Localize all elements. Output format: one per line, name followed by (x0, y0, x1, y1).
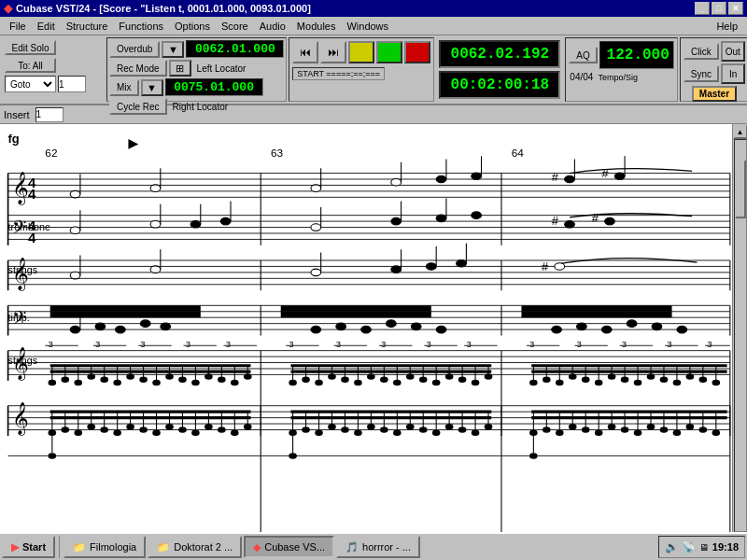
titlebar-controls: _ □ ✕ (695, 2, 743, 15)
taskbar-horrror[interactable]: 🎵 horrror - ... (336, 536, 420, 558)
menu-score[interactable]: Score (216, 19, 254, 34)
master-button[interactable]: Master (692, 86, 737, 102)
play-button[interactable] (376, 41, 402, 63)
rewind-button[interactable]: ⏮ (292, 41, 318, 63)
cubase-label: Cubase VS... (264, 541, 325, 553)
svg-point-117 (552, 326, 562, 333)
recmode-button[interactable]: Rec Mode (109, 60, 167, 77)
scroll-track-vertical[interactable] (734, 139, 747, 532)
maximize-button[interactable]: □ (712, 2, 726, 15)
transport-section: ⏮ ⏭ START =====;==;=== (289, 37, 434, 102)
record-button[interactable] (404, 41, 430, 63)
taskbar-filmologia[interactable]: 📁 Filmologia (63, 536, 146, 558)
scroll-thumb-vertical[interactable] (735, 160, 746, 218)
svg-point-372 (699, 427, 708, 432)
overdub-toggle[interactable]: ▼ (162, 41, 184, 58)
svg-point-193 (191, 380, 200, 385)
svg-point-362 (569, 424, 577, 429)
click-sync-section: Click Out Sync In Master (680, 37, 747, 102)
click-button[interactable]: Click (684, 43, 719, 60)
overdub-button[interactable]: Overdub (109, 41, 160, 58)
edit-solo-button[interactable]: Edit Solo (5, 40, 56, 55)
svg-point-328 (315, 429, 323, 435)
overdub-row: Overdub ▼ 0062.01.000 (109, 40, 284, 58)
svg-point-259 (660, 377, 669, 383)
svg-text:3: 3 (140, 339, 145, 349)
svg-point-366 (621, 427, 629, 432)
taskbar-cubase[interactable]: ◆ Cubase VS... (244, 536, 334, 558)
menu-audio[interactable]: Audio (254, 19, 291, 34)
goto-input[interactable] (58, 76, 86, 92)
insert-input[interactable] (35, 107, 63, 122)
click-out-row: Click Out (684, 41, 745, 62)
svg-point-368 (647, 424, 655, 429)
svg-point-377 (289, 453, 297, 458)
svg-point-359 (529, 429, 538, 435)
aq-button[interactable]: AQ (569, 47, 597, 63)
minimize-button[interactable]: _ (695, 2, 710, 15)
svg-text:3: 3 (466, 339, 471, 349)
svg-text:3: 3 (622, 339, 627, 349)
svg-text:#: # (542, 259, 549, 273)
edit-solo-section: Edit Solo To: All Goto (2, 37, 105, 102)
svg-text:#: # (552, 214, 559, 228)
svg-point-367 (634, 429, 642, 435)
position-display[interactable]: 0062.02.192 (439, 40, 560, 68)
menu-help[interactable]: Help (711, 19, 743, 34)
svg-point-39 (565, 175, 575, 183)
to-all-button[interactable]: To: All (5, 58, 56, 73)
svg-point-331 (354, 429, 362, 435)
menu-options[interactable]: Options (169, 19, 216, 34)
mix-button[interactable]: Mix (109, 79, 139, 96)
out-button[interactable]: Out (721, 41, 745, 62)
sync-in-row: Sync In (684, 63, 745, 84)
menu-file[interactable]: File (4, 19, 32, 34)
svg-point-294 (74, 429, 82, 435)
cyclerec-button[interactable]: Cycle Rec (109, 98, 167, 115)
svg-point-299 (139, 427, 148, 432)
svg-text:#: # (552, 170, 559, 184)
svg-point-114 (386, 320, 396, 328)
svg-point-190 (152, 380, 161, 385)
menu-windows[interactable]: Windows (341, 19, 394, 34)
svg-point-185 (87, 373, 95, 379)
system-tray: 🔊 📡 🖥 19:18 (658, 536, 745, 558)
svg-point-361 (556, 429, 564, 435)
forward-button[interactable]: ⏭ (320, 41, 346, 63)
start-button[interactable]: ▶ Start (2, 536, 55, 558)
svg-point-301 (165, 424, 174, 429)
score-main: fg 62 63 64 (0, 124, 747, 547)
app-icon: ◆ (4, 2, 12, 15)
svg-text:#: # (592, 211, 599, 225)
svg-rect-99 (50, 305, 201, 311)
time-display[interactable]: 00:02:00:18 (439, 71, 560, 99)
menu-modules[interactable]: Modules (291, 19, 342, 34)
svg-text:𝄞: 𝄞 (12, 258, 29, 291)
menu-edit[interactable]: Edit (32, 19, 61, 34)
filmologia-icon: 📁 (73, 541, 86, 553)
svg-point-26 (70, 190, 80, 198)
filmologia-label: Filmologia (90, 541, 136, 553)
svg-point-184 (74, 380, 82, 385)
svg-point-187 (113, 380, 121, 385)
timesig-row: 04/04 Tempo/Sig (569, 71, 673, 83)
in-button[interactable]: In (721, 63, 745, 84)
score-area[interactable]: fg 62 63 64 (0, 124, 732, 547)
svg-text:64: 64 (512, 147, 525, 160)
svg-point-295 (87, 424, 95, 429)
menu-functions[interactable]: Functions (113, 19, 169, 34)
cycle-button[interactable] (348, 41, 374, 63)
goto-dropdown[interactable]: Goto (5, 76, 56, 92)
svg-text:𝄞: 𝄞 (12, 172, 29, 205)
mix-toggle[interactable]: ▼ (141, 79, 163, 96)
svg-point-116 (436, 326, 446, 333)
start-display-row: START =====;==;=== (292, 67, 430, 80)
close-button[interactable]: ✕ (728, 2, 743, 15)
menu-structure[interactable]: Structure (61, 19, 114, 34)
scroll-up-button[interactable]: ▲ (733, 124, 748, 139)
svg-point-300 (152, 429, 161, 435)
vertical-scrollbar[interactable]: ▲ ▼ (732, 124, 747, 547)
taskbar-doktorat[interactable]: 📁 Doktorat 2 ... (148, 536, 242, 558)
sync-button[interactable]: Sync (684, 65, 719, 82)
svg-point-44 (70, 227, 80, 234)
